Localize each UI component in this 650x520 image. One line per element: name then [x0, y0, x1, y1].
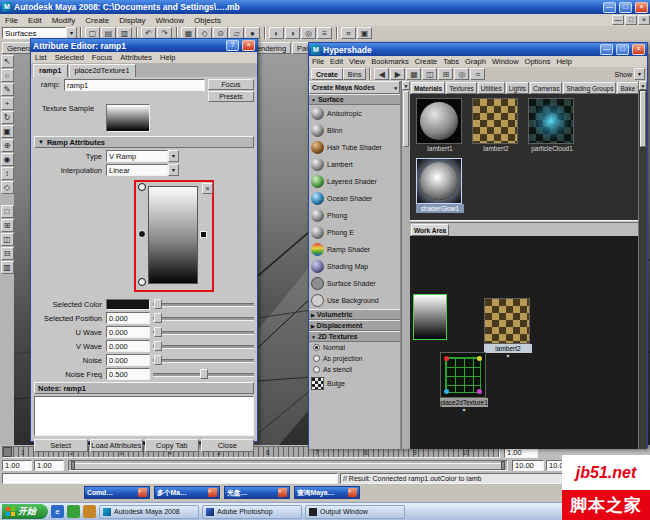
hypershade-titlebar[interactable]: M Hypershade — □ ×: [309, 43, 647, 56]
hs-menu-help[interactable]: Help: [553, 56, 574, 67]
material-particlecloud1[interactable]: particleCloud1: [528, 98, 576, 153]
tab-cameras[interactable]: Cameras: [530, 82, 562, 94]
displacement-section-header[interactable]: ▶ Displacement: [309, 320, 400, 331]
quick-launch-desktop-icon[interactable]: [67, 505, 80, 518]
close-icon[interactable]: ×: [348, 488, 357, 497]
range-start-grip[interactable]: [71, 461, 75, 470]
close-button[interactable]: Close: [201, 439, 255, 452]
ramp-gradient-strip[interactable]: [148, 186, 198, 284]
close-button[interactable]: ×: [635, 2, 648, 13]
hs-menu-edit[interactable]: Edit: [327, 56, 346, 67]
create-tab[interactable]: Create: [311, 68, 343, 80]
texture-placement-stencil-radio[interactable]: As stencil: [309, 364, 400, 375]
range-end-grip[interactable]: [501, 461, 505, 470]
hypershade-persp-layout-icon[interactable]: ▥: [1, 261, 14, 274]
expand-node-icon[interactable]: ▾: [484, 353, 532, 360]
tab-shading-groups[interactable]: Shading Groups: [563, 82, 616, 94]
lambert2-swatch[interactable]: [472, 98, 518, 144]
selected-color-slider[interactable]: [153, 298, 254, 310]
persp-outliner-layout-icon[interactable]: ◫: [1, 233, 14, 246]
quick-launch-ie-icon[interactable]: e: [51, 505, 64, 518]
hs-menu-bookmarks[interactable]: Bookmarks: [368, 56, 412, 67]
create-node-lambert[interactable]: Lambert: [309, 156, 400, 173]
scrollbar-thumb[interactable]: [403, 91, 409, 147]
work-node-lambert2[interactable]: lambert2 ▾: [484, 298, 532, 360]
close-icon[interactable]: ×: [138, 488, 147, 497]
ramp-name-field[interactable]: ramp1: [64, 79, 205, 91]
soft-mod-tool-icon[interactable]: ◉: [1, 153, 14, 166]
minimized-window-4[interactable]: 查询Maya… ×: [294, 486, 360, 499]
ramp-gradient-editor[interactable]: ×: [34, 178, 254, 296]
lambert1-swatch[interactable]: [416, 98, 462, 144]
selected-position-field[interactable]: 0.000: [106, 312, 150, 324]
minimized-window-2[interactable]: 多个Ma… ×: [154, 486, 220, 499]
command-line-input[interactable]: [2, 473, 338, 484]
attribute-editor-titlebar[interactable]: Attribute Editor: ramp1 ? ×: [31, 39, 257, 52]
shaderglow1-swatch[interactable]: [416, 158, 462, 204]
create-node-ocean-shader[interactable]: Ocean Shader: [309, 190, 400, 207]
close-icon[interactable]: ×: [278, 488, 287, 497]
move-tool-icon[interactable]: +: [1, 97, 14, 110]
materials-swatch-panel[interactable]: lambert1 lambert2 particleCloud1 shaderG…: [410, 94, 638, 220]
filter-icon[interactable]: ≈: [470, 68, 485, 80]
ae-menu-focus[interactable]: Focus: [88, 52, 116, 63]
material-shaderglow1[interactable]: shaderGlow1: [416, 158, 464, 213]
create-node-anisotropic[interactable]: Anisotropic: [309, 105, 400, 122]
material-lambert2[interactable]: lambert2: [472, 98, 520, 153]
ramp-attributes-section[interactable]: ▼ Ramp Attributes: [34, 136, 254, 148]
range-slider-track[interactable]: [68, 460, 508, 471]
ipr-render-icon[interactable]: ◎: [301, 27, 316, 39]
noise-slider[interactable]: [153, 354, 254, 366]
menu-file[interactable]: File: [0, 15, 23, 26]
menu-create[interactable]: Create: [80, 15, 114, 26]
paint-select-tool-icon[interactable]: ✎: [1, 83, 14, 96]
place2dtexture1-node-swatch[interactable]: [440, 352, 486, 398]
ae-menu-list[interactable]: List: [31, 52, 51, 63]
tab-lights[interactable]: Lights: [506, 82, 529, 94]
interpolation-dropdown[interactable]: Linear ▾: [106, 164, 179, 176]
work-node-place2dtexture1[interactable]: place2dTexture1 ▾: [440, 352, 488, 414]
menu-modify[interactable]: Modify: [47, 15, 81, 26]
work-area-scrollbar[interactable]: ▼: [638, 81, 647, 449]
u-wave-slider[interactable]: [153, 326, 254, 338]
focus-button[interactable]: Focus: [208, 79, 254, 90]
show-swatches-icon[interactable]: ◎: [454, 68, 469, 80]
render-frame-icon[interactable]: ◑: [285, 27, 300, 39]
close-icon[interactable]: ×: [208, 488, 217, 497]
forward-graph-icon[interactable]: ▶: [390, 68, 405, 80]
delete-ramp-entry-icon[interactable]: ×: [202, 183, 213, 194]
graph-up-downstream-icon[interactable]: ⊞: [438, 68, 453, 80]
construction-history-icon[interactable]: ◐: [269, 27, 284, 39]
texture-placement-projection-radio[interactable]: As projection: [309, 353, 400, 364]
select-button[interactable]: Select: [34, 439, 88, 452]
create-node-phong[interactable]: Phong: [309, 207, 400, 224]
taskbar-button-photoshop[interactable]: Adobe Photoshop: [202, 505, 302, 519]
tab-work-area[interactable]: Work Area: [411, 224, 449, 236]
minimized-window-3[interactable]: 光盘… ×: [224, 486, 290, 499]
work-area-canvas[interactable]: lambert2 ▾ place2dTexture1 ▾: [410, 236, 638, 449]
tab-bake-sets[interactable]: Bake Sets: [617, 82, 638, 94]
universal-manipulator-icon[interactable]: ⊕: [1, 139, 14, 152]
work-node-ramp1[interactable]: [413, 294, 449, 340]
v-wave-slider[interactable]: [153, 340, 254, 352]
menu-edit[interactable]: Edit: [23, 15, 47, 26]
hs-menu-view[interactable]: View: [346, 56, 368, 67]
playback-end-field[interactable]: 10.00: [512, 460, 544, 471]
scrollbar-thumb[interactable]: [640, 91, 646, 147]
create-node-phong-e[interactable]: Phong E: [309, 224, 400, 241]
volumetric-section-header[interactable]: ▶ Volumetric: [309, 309, 400, 320]
tab-ramp1[interactable]: ramp1: [33, 64, 68, 77]
range-slider-bar[interactable]: [71, 463, 505, 470]
sets-icon[interactable]: ▣: [357, 27, 372, 39]
hs-menu-graph[interactable]: Graph: [462, 56, 489, 67]
select-tool-icon[interactable]: ↖: [1, 55, 14, 68]
close-icon[interactable]: ×: [242, 40, 255, 51]
selected-color-swatch[interactable]: [106, 299, 150, 310]
animation-start-field[interactable]: 1.00: [2, 460, 32, 471]
current-frame-indicator[interactable]: [3, 447, 12, 457]
hs-menu-window[interactable]: Window: [489, 56, 522, 67]
create-panel-scrollbar[interactable]: ▼: [401, 81, 410, 449]
create-node-shading-map[interactable]: Shading Map: [309, 258, 400, 275]
surface-section-header[interactable]: ▼ Surface: [309, 94, 400, 105]
taskbar-button-output-window[interactable]: Output Window: [305, 505, 405, 519]
